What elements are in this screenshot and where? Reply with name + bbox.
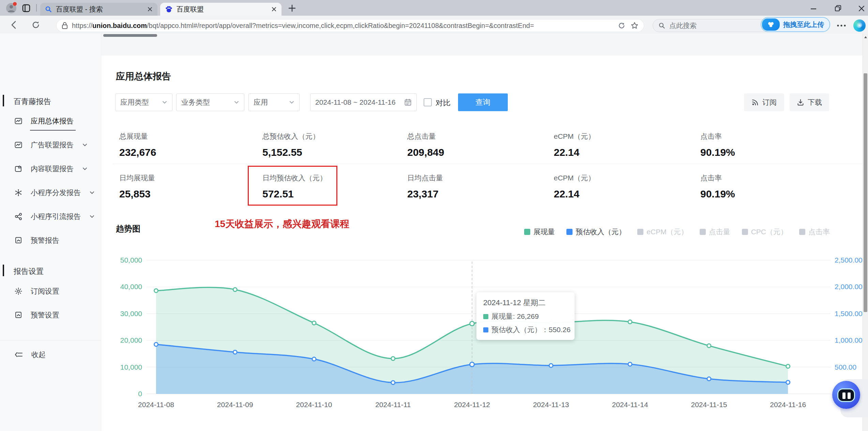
sidebar-item-content-union[interactable]: 内容联盟报告	[14, 164, 88, 174]
sidebar-divider	[0, 340, 101, 341]
browser-tab-strip: 百度联盟 - 搜索 百度联盟	[0, 0, 868, 16]
app-dropdown[interactable]: 应用	[248, 93, 300, 111]
chevron-down-icon	[82, 142, 88, 148]
tab-divider	[36, 4, 37, 12]
download-icon	[797, 99, 804, 106]
section-marker	[3, 265, 4, 276]
tab-title: 百度联盟	[177, 5, 268, 14]
copilot-icon[interactable]	[853, 19, 866, 32]
app-type-dropdown[interactable]: 应用类型	[115, 93, 172, 111]
legend-swatch	[566, 229, 573, 235]
svg-text:40,000: 40,000	[120, 283, 142, 291]
netdisk-upload-button[interactable]: 拖拽至此上传	[761, 17, 830, 32]
svg-text:20,000: 20,000	[120, 336, 142, 344]
svg-text:1,500.00: 1,500.00	[835, 310, 863, 317]
legend-item-cpc[interactable]: CPC（元）	[742, 227, 788, 237]
svg-text:2024-11-14: 2024-11-14	[612, 401, 648, 408]
scroll-up-icon[interactable]	[864, 35, 867, 39]
stat-total-ecpm: eCPM（元）22.14	[554, 132, 595, 158]
sidebar-item-label: 小程序引流报告	[31, 212, 81, 221]
workspaces-button[interactable]	[22, 4, 31, 13]
svg-text:2024-11-08: 2024-11-08	[138, 401, 174, 408]
url-bar[interactable]: https://union.baidu.com/bqt/appco.html#/…	[56, 19, 644, 32]
tooltip-date: 2024-11-12 星期二	[483, 298, 568, 308]
stats-divider	[112, 164, 862, 164]
svg-text:2024-11-10: 2024-11-10	[296, 401, 332, 408]
legend-item-income[interactable]: 预估收入（元）	[566, 227, 626, 237]
sidebar-item-label: 广告联盟报告	[31, 140, 74, 150]
sidebar-item-app-overall[interactable]: 应用总体报告	[14, 116, 74, 126]
svg-text:2024-11-16: 2024-11-16	[770, 401, 806, 408]
collapse-icon	[14, 351, 23, 359]
subscribe-button[interactable]: 订阅	[744, 93, 784, 111]
chevron-down-icon	[89, 190, 95, 196]
legend-item-ecpm[interactable]: eCPM（元）	[637, 227, 688, 237]
svg-text:2024-11-12: 2024-11-12	[454, 401, 490, 408]
report-chart-icon	[14, 141, 22, 149]
page-title: 应用总体报告	[116, 70, 171, 83]
sidebar-item-alert-settings[interactable]: 预警设置	[14, 310, 59, 320]
screen: { "browser": { "tabs": [ {"title": "百度联盟…	[0, 0, 868, 431]
new-tab-icon[interactable]	[288, 4, 296, 12]
dropdown-value: 应用类型	[120, 98, 149, 107]
sidebar-item-miniapp-distribute[interactable]: 小程序分发报告	[14, 188, 95, 197]
baidu-favicon	[165, 5, 172, 13]
chart-title: 趋势图	[116, 223, 140, 234]
minimize-window-icon[interactable]	[810, 5, 817, 12]
date-range-value: 2024-11-08 ~ 2024-11-16	[315, 98, 396, 106]
browser-tab-active[interactable]: 百度联盟	[160, 3, 281, 16]
chevron-down-icon	[289, 100, 294, 105]
biz-type-dropdown[interactable]: 业务类型	[176, 93, 244, 111]
stat-daily-ecpm: eCPM（元）22.14	[554, 173, 595, 200]
content-report-icon	[14, 165, 22, 173]
subscribe-label: 订阅	[762, 98, 777, 107]
date-range-picker[interactable]: 2024-11-08 ~ 2024-11-16	[310, 93, 417, 111]
close-window-icon[interactable]	[858, 5, 865, 12]
annotation-text: 15天收益展示，感兴趣观看课程	[215, 218, 349, 231]
highlight-red-box	[248, 166, 337, 206]
assistant-button[interactable]	[832, 381, 860, 409]
tooltip-swatch	[483, 327, 488, 332]
sidebar-item-subscribe-settings[interactable]: 订阅设置	[14, 286, 59, 296]
report-chart-icon	[14, 117, 22, 125]
sidebar-item-alert-report[interactable]: 预警报告	[14, 236, 59, 245]
calendar-icon	[404, 99, 412, 106]
chevron-down-icon	[162, 100, 167, 105]
close-tab-icon[interactable]	[271, 6, 277, 12]
netdisk-label: 拖拽至此上传	[780, 20, 829, 29]
distribute-icon	[14, 189, 22, 197]
sidebar-item-label: 预警报告	[31, 236, 59, 245]
sidebar-item-miniapp-traffic[interactable]: 小程序引流报告	[14, 212, 95, 221]
favorite-star-icon[interactable]	[630, 21, 639, 30]
legend-item-clicks[interactable]: 点击量	[700, 227, 730, 237]
stat-total-clicks: 总点击量209,849	[407, 132, 444, 158]
svg-text:30,000: 30,000	[120, 310, 142, 317]
browser-tab-search[interactable]: 百度联盟 - 搜索	[40, 3, 157, 16]
profile-avatar[interactable]	[6, 3, 16, 13]
refresh-icon[interactable]	[31, 20, 40, 29]
svg-text:500.00: 500.00	[835, 363, 856, 371]
download-button[interactable]: 下载	[790, 93, 829, 111]
back-icon[interactable]	[10, 20, 18, 29]
chevron-down-icon	[89, 213, 95, 220]
sidebar-item-ad-union[interactable]: 广告联盟报告	[14, 140, 88, 150]
restore-window-icon[interactable]	[834, 4, 842, 12]
scrollbar-thumb[interactable]	[864, 73, 867, 312]
reload-sparkle-icon[interactable]	[618, 21, 626, 30]
sidebar-item-label: 小程序分发报告	[31, 188, 81, 197]
legend-item-ctr[interactable]: 点击率	[799, 227, 830, 237]
stat-total-views: 总展现量232,676	[119, 132, 156, 158]
sidebar-section-settings: 报告设置	[14, 266, 44, 277]
browser-menu-icon[interactable]	[836, 23, 847, 29]
sidebar-collapse-button[interactable]: 收起	[14, 350, 46, 359]
close-tab-icon[interactable]	[147, 6, 153, 12]
legend-swatch	[637, 229, 643, 235]
legend-item-views[interactable]: 展现量	[524, 227, 555, 237]
compare-label: 对比	[436, 98, 451, 108]
rss-icon	[751, 99, 759, 106]
query-button[interactable]: 查询	[458, 93, 508, 111]
tooltip-swatch	[483, 314, 488, 319]
compare-checkbox[interactable]	[424, 98, 432, 106]
legend-swatch	[742, 229, 748, 235]
section-marker	[3, 95, 4, 106]
